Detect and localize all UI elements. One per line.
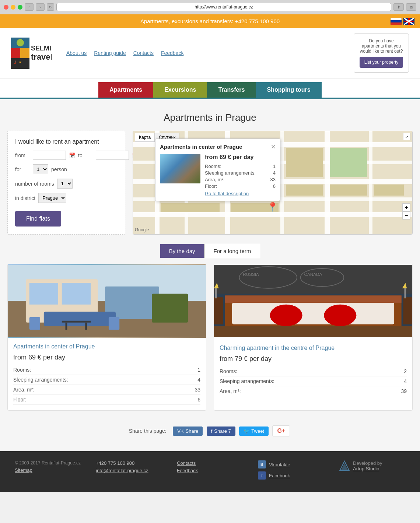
browser-url-bar[interactable]: http://www.rentaflat-prague.cz: [56, 3, 391, 11]
share-bar: Share this page: VK Share f Share 7 🐦 Tw…: [7, 418, 413, 444]
footer-col-2: +420 775 100 900 info@rentaflat-prague.c…: [96, 460, 162, 482]
footer-col-4: B Vkontakte f Facebook: [258, 460, 324, 482]
date-to-input[interactable]: [96, 151, 129, 160]
facebook-social-icon: f: [258, 471, 266, 480]
page-content: Apartments in Prague I would like to ren…: [0, 99, 420, 451]
property-card-2-body: Charming apartment in the centre of Prag…: [214, 339, 412, 402]
footer-facebook: f Facebook: [258, 471, 324, 480]
calendar-from-icon[interactable]: 📅: [69, 152, 75, 158]
rooms-label: number of rooms: [15, 181, 54, 187]
svg-text:RUSSIA: RUSSIA: [243, 272, 259, 277]
svg-rect-3: [11, 48, 20, 58]
svg-rect-21: [62, 321, 91, 323]
district-select[interactable]: Prague: [38, 193, 66, 203]
header-right: Do you have apartments that you would li…: [354, 34, 409, 73]
tab-apartments[interactable]: Apartments: [98, 82, 153, 98]
footer-feedback-link[interactable]: Feedback: [177, 468, 243, 473]
footer-copyright: © 2009-2017 Rentaflat-Prague.cz: [15, 460, 81, 466]
facebook-link[interactable]: Facebook: [269, 473, 290, 478]
vk-social-icon: B: [258, 460, 266, 468]
browser-close-dot[interactable]: [4, 5, 8, 10]
svg-text:CANADA: CANADA: [304, 272, 322, 277]
persons-select[interactable]: 1234: [33, 164, 48, 174]
share-tw-button[interactable]: 🐦 Tweet: [239, 427, 269, 436]
property-card-1-body: Apartments in center of Prague from 69 €…: [8, 338, 206, 410]
search-form-title: I would like to rent an apartment: [15, 138, 118, 145]
share-vk-button[interactable]: VK Share: [173, 427, 203, 436]
area-value: 33: [270, 177, 276, 182]
share-gp-button[interactable]: G+: [272, 425, 290, 436]
browser-forward-button[interactable]: ›: [36, 3, 45, 11]
share-fb-button[interactable]: f Share 7: [207, 427, 235, 436]
list-property-box: Do you have apartments that you would li…: [354, 34, 409, 73]
nav-feedback[interactable]: Feedback: [161, 50, 183, 56]
date-from-input[interactable]: [33, 151, 66, 160]
map-popup-area: Area, m²: 33: [205, 177, 276, 182]
rooms-select[interactable]: 1234: [57, 179, 73, 189]
browser-titlebar: ‹ › ⟳ http://www.rentaflat-prague.cz ⬆ ⧉: [0, 0, 420, 14]
svg-point-2: [17, 39, 24, 46]
rooms-label: Rooms:: [205, 164, 221, 169]
property-card-1-rooms: Rooms: 1: [13, 365, 200, 375]
by-day-tab[interactable]: By the day: [160, 244, 204, 258]
map-popup-link[interactable]: Go to flat description: [205, 191, 276, 196]
svg-point-35: [324, 305, 356, 326]
map-expand-button[interactable]: ⤢: [403, 133, 410, 140]
russian-flag[interactable]: [391, 18, 402, 25]
tab-shopping-tours[interactable]: Shopping tours: [256, 82, 322, 98]
nav-contacts[interactable]: Contacts: [133, 50, 154, 56]
header: 🗼 ★ SELMINA travel About us Renting guid…: [0, 28, 420, 78]
footer-contacts-link[interactable]: Contacts: [177, 460, 243, 466]
map-zoom-out-button[interactable]: −: [402, 211, 410, 220]
developed-by-text: Developed by: [353, 460, 382, 466]
footer-col-3: Contacts Feedback: [177, 460, 243, 482]
sleeping-value: 4: [273, 170, 276, 176]
svg-rect-42: [214, 326, 412, 337]
property-card-1-sleeping: Sleeping arrangements: 4: [13, 375, 200, 385]
main-nav-tabs: Apartments Excursions Transfers Shopping…: [0, 78, 420, 99]
uk-flag[interactable]: [403, 18, 414, 25]
browser-maximize-dot[interactable]: [18, 5, 22, 10]
persons-row: for 1234 person: [15, 164, 118, 174]
vkontakte-link[interactable]: Vkontakte: [269, 462, 290, 467]
footer-col-1: © 2009-2017 Rentaflat-Prague.cz Sitemap: [15, 460, 81, 482]
svg-rect-38: [215, 288, 217, 298]
artop-link[interactable]: Artop Studio: [353, 466, 382, 471]
footer-sitemap-link[interactable]: Sitemap: [15, 467, 81, 473]
property-card-2-rooms: Rooms: 2: [220, 366, 407, 376]
property-card-2-title[interactable]: Charming apartment in the centre of Prag…: [220, 345, 407, 351]
property-card-1-title[interactable]: Apartments in center of Prague: [13, 343, 200, 350]
browser-share-button[interactable]: ⬆: [393, 3, 404, 11]
logo[interactable]: 🗼 ★ SELMINA travel: [11, 38, 52, 69]
property-card-1-area: Area, m²: 33: [13, 385, 200, 395]
nav-renting-guide[interactable]: Renting guide: [94, 50, 126, 56]
svg-point-34: [270, 305, 302, 326]
svg-rect-18: [44, 312, 116, 326]
footer-email-link[interactable]: info@rentaflat-prague.cz: [96, 468, 162, 473]
svg-rect-40: [404, 288, 406, 298]
browser-minimize-dot[interactable]: [11, 5, 15, 10]
map-popup-close-button[interactable]: ✕: [271, 143, 276, 150]
browser-back-button[interactable]: ‹: [25, 3, 34, 11]
map-popup-title: Apartments in center of Prague: [160, 144, 242, 150]
svg-marker-44: [341, 463, 348, 470]
map-area: 📍 Карта Спутник ⤢ + − Google: [133, 131, 413, 235]
browser-new-tab-button[interactable]: ⧉: [406, 3, 416, 11]
browser-refresh-button[interactable]: ⟳: [47, 3, 54, 11]
svg-text:SELMINA: SELMINA: [31, 45, 52, 52]
list-property-button[interactable]: List your property: [360, 57, 403, 68]
svg-rect-14: [29, 283, 58, 305]
header-nav: About us Renting guide Contacts Feedback: [66, 50, 183, 56]
map-pin: 📍: [267, 202, 278, 212]
share-label: Share this page:: [129, 428, 167, 434]
district-label: in district: [15, 195, 35, 201]
tab-transfers[interactable]: Transfers: [207, 82, 256, 98]
tab-excursions[interactable]: Excursions: [153, 82, 207, 98]
find-flats-button[interactable]: Find flats: [15, 211, 61, 227]
map-tab-map[interactable]: Карта: [135, 133, 155, 142]
svg-rect-33: [232, 303, 394, 324]
nav-about-us[interactable]: About us: [66, 50, 87, 56]
banner-text: Apartments, excursions and transfers: +4…: [140, 18, 280, 24]
map-zoom-in-button[interactable]: +: [402, 203, 410, 211]
long-term-tab[interactable]: For a long term: [204, 244, 260, 258]
